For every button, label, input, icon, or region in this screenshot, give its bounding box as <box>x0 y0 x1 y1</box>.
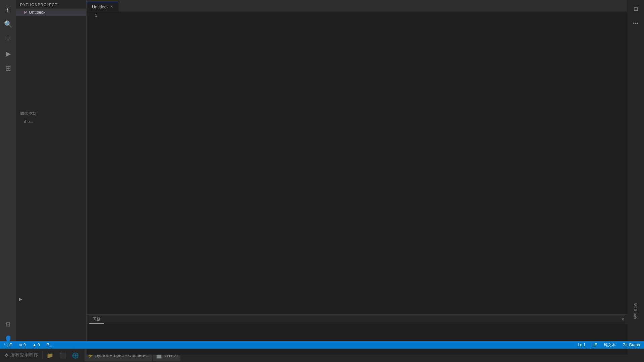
status-errors[interactable]: ⊗ 0 <box>18 343 27 347</box>
activity-bar: ⎗ 🔍 ⑂ ▶ ⊞ ⚙ 👤 <box>0 0 16 349</box>
debug-panel: 问题 ✕ <box>87 314 627 355</box>
status-bar: ⑂ pP ⊗ 0 ▲ 0 P... Ln 1 LF 纯文本 Git Graph <box>0 341 644 349</box>
line-numbers: 1 <box>87 12 100 349</box>
editor-area: Untitled- ✕ 1 <box>87 0 627 349</box>
status-filetype[interactable]: 纯文本 <box>602 342 617 348</box>
activity-search[interactable]: 🔍 <box>1 17 15 31</box>
right-panels: ⊟ ••• Git Graph <box>627 0 644 349</box>
status-warnings[interactable]: ▲ 0 <box>31 343 41 347</box>
activity-settings[interactable]: ⚙ <box>1 318 15 331</box>
file-icon-py: P <box>24 10 27 15</box>
right-panel-more[interactable]: ••• <box>630 17 642 29</box>
debug-tabs: 问题 ✕ <box>87 315 627 324</box>
activity-explorer[interactable]: ⎗ <box>1 3 15 16</box>
git-graph-label[interactable]: Git Graph <box>632 300 639 322</box>
editor-tabs: Untitled- ✕ <box>87 0 627 12</box>
debug-path: /ho... <box>16 118 86 125</box>
tab-close-btn[interactable]: ✕ <box>110 5 113 9</box>
debug-expand-btn[interactable]: ▶ <box>19 296 22 302</box>
debug-content <box>87 324 627 328</box>
status-line[interactable]: Ln 1 <box>577 343 587 347</box>
debug-tab-problems[interactable]: 问题 <box>89 315 104 324</box>
status-encoding[interactable]: LF <box>591 343 598 347</box>
status-path[interactable]: P... <box>45 343 53 347</box>
activity-debug[interactable]: ▶ <box>1 47 15 60</box>
debug-panel-close[interactable]: ✕ <box>621 317 625 322</box>
status-git-graph[interactable]: Git Graph <box>621 343 641 347</box>
debug-section-label: 调试控制 <box>16 110 86 118</box>
activity-extensions[interactable]: ⊞ <box>1 62 15 75</box>
activity-git[interactable]: ⑂ <box>1 32 15 46</box>
status-branch-icon: ⑂ <box>4 343 6 347</box>
editor-tab-active[interactable]: Untitled- ✕ <box>87 2 119 11</box>
explorer-panel: PYTHONPROJECT P Untitled- 调试控制 /ho... ▶ <box>16 0 87 349</box>
editor-tab-label: Untitled- <box>92 4 108 9</box>
status-branch[interactable]: ⑂ pP <box>3 343 14 347</box>
explorer-file-untitled[interactable]: P Untitled- <box>16 9 86 16</box>
explorer-title: PYTHONPROJECT <box>16 0 86 9</box>
right-panel-split[interactable]: ⊟ <box>630 3 642 15</box>
